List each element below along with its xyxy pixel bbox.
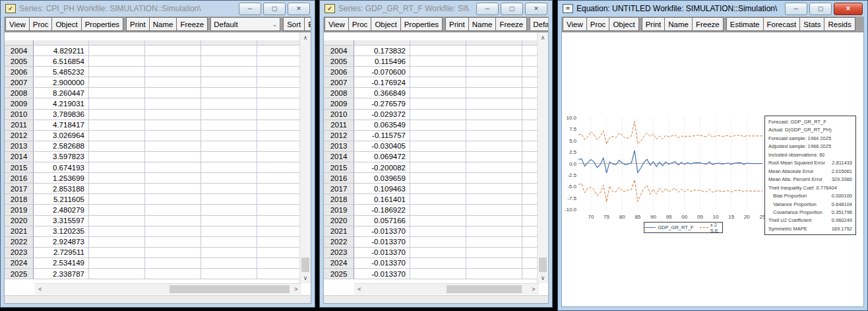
close-button[interactable]: ✕ (834, 3, 863, 15)
value-cell[interactable]: 1.253699 (34, 173, 89, 184)
value-cell[interactable]: -0.013370 (354, 237, 410, 248)
default-dropdown[interactable]: Default ⌄ (210, 17, 280, 31)
empty-cell[interactable] (257, 56, 301, 67)
value-cell[interactable]: -0.013370 (354, 226, 410, 237)
empty-cell[interactable] (89, 184, 145, 194)
empty-cell[interactable] (89, 226, 145, 237)
empty-cell[interactable] (466, 46, 522, 56)
empty-cell[interactable] (201, 237, 257, 248)
close-button[interactable]: ✕ (288, 3, 310, 15)
empty-cell[interactable] (257, 248, 301, 258)
value-cell[interactable]: 4.219031 (34, 98, 89, 109)
value-cell[interactable]: 6.516854 (34, 56, 89, 67)
obs-label[interactable]: 2004 (5, 46, 34, 56)
obs-label[interactable]: 2013 (5, 141, 34, 152)
empty-cell[interactable] (201, 248, 257, 258)
obs-label[interactable]: 2011 (5, 120, 34, 131)
value-cell[interactable]: 4.829211 (34, 46, 89, 56)
empty-cell[interactable] (89, 120, 145, 131)
forecast-stats-box[interactable]: Forecast: GDP_GR_RT_FActual: D(GDP_GR_RT… (764, 116, 856, 235)
obs-label[interactable]: 2024 (324, 258, 354, 269)
empty-cell[interactable] (201, 162, 257, 173)
value-cell[interactable]: 0.039659 (354, 173, 410, 184)
empty-cell[interactable] (145, 269, 201, 279)
value-cell[interactable]: 2.338787 (34, 269, 89, 279)
value-cell[interactable]: 2.534149 (34, 258, 89, 269)
empty-cell[interactable] (257, 46, 301, 56)
empty-cell[interactable] (89, 98, 145, 109)
obs-label[interactable]: 2009 (5, 98, 34, 109)
obs-label[interactable]: 2023 (5, 248, 34, 258)
toolbar-button-freeze[interactable]: Freeze (176, 17, 208, 31)
scroll-right-icon[interactable]: > (291, 284, 301, 294)
minimize-button[interactable]: ─ (785, 3, 807, 15)
obs-label[interactable]: 2012 (324, 131, 354, 141)
empty-cell[interactable] (145, 120, 201, 131)
empty-cell[interactable] (89, 162, 145, 173)
value-cell[interactable]: 2.582688 (34, 141, 89, 152)
vertical-scrollbar[interactable]: ∧ ∨ (537, 32, 548, 283)
empty-cell[interactable] (145, 56, 201, 67)
empty-cell[interactable] (257, 77, 301, 88)
scroll-left-icon[interactable]: < (35, 284, 46, 294)
restore-button[interactable]: ▢ (501, 3, 523, 15)
empty-cell[interactable] (145, 226, 201, 237)
value-cell[interactable]: -0.030405 (354, 141, 410, 152)
obs-label[interactable]: 2013 (324, 141, 354, 152)
empty-cell[interactable] (145, 98, 201, 109)
obs-label[interactable]: 2020 (5, 216, 34, 226)
empty-cell[interactable] (145, 258, 201, 269)
empty-cell[interactable] (257, 258, 301, 269)
scroll-down-icon[interactable]: ∨ (538, 273, 548, 283)
empty-cell[interactable] (89, 56, 145, 67)
value-cell[interactable]: -0.013370 (354, 248, 410, 258)
empty-cell[interactable] (466, 226, 522, 237)
empty-cell[interactable] (201, 120, 257, 131)
empty-cell[interactable] (201, 141, 257, 152)
minimize-button[interactable]: ─ (239, 3, 261, 15)
empty-cell[interactable] (257, 131, 301, 141)
empty-cell[interactable] (466, 205, 522, 215)
empty-cell[interactable] (410, 98, 466, 109)
obs-label[interactable]: 2019 (324, 205, 354, 215)
vertical-scroll-thumb[interactable] (301, 258, 309, 272)
toolbar-button-freeze[interactable]: Freeze (692, 17, 724, 31)
empty-cell[interactable] (89, 205, 145, 215)
scroll-right-icon[interactable]: > (528, 284, 539, 294)
empty-cell[interactable] (257, 173, 301, 184)
empty-cell[interactable] (410, 152, 466, 162)
empty-cell[interactable] (89, 237, 145, 248)
empty-cell[interactable] (257, 226, 301, 237)
obs-label[interactable]: 2022 (5, 237, 34, 248)
empty-cell[interactable] (466, 216, 522, 226)
toolbar-button-name[interactable]: Name (149, 17, 177, 31)
empty-cell[interactable] (410, 269, 466, 279)
value-cell[interactable]: -0.115757 (354, 131, 410, 141)
restore-button[interactable]: ▢ (263, 3, 286, 15)
obs-label[interactable]: 2022 (324, 237, 354, 248)
toolbar-button-sort[interactable]: Sort (283, 17, 304, 31)
scroll-down-icon[interactable]: ∨ (300, 273, 311, 283)
value-cell[interactable]: 8.260447 (34, 88, 89, 98)
empty-cell[interactable] (145, 205, 201, 215)
toolbar-button-properties[interactable]: Properties (400, 17, 443, 31)
empty-cell[interactable] (257, 237, 301, 248)
obs-label[interactable]: 2004 (324, 46, 354, 56)
toolbar-button-estimate[interactable]: Estimate (726, 17, 763, 31)
empty-cell[interactable] (257, 162, 301, 173)
scroll-up-icon[interactable]: ∧ (300, 32, 311, 43)
value-cell[interactable]: -0.013370 (354, 269, 410, 279)
empty-cell[interactable] (466, 194, 522, 205)
empty-cell[interactable] (410, 226, 466, 237)
empty-cell[interactable] (466, 131, 522, 141)
value-cell[interactable]: 0.366849 (354, 88, 410, 98)
toolbar-button-freeze[interactable]: Freeze (495, 17, 527, 31)
value-cell[interactable]: -0.186922 (354, 205, 410, 215)
empty-cell[interactable] (145, 141, 201, 152)
toolbar-button-object[interactable]: Object (609, 17, 638, 31)
value-cell[interactable]: 0.115496 (354, 56, 410, 67)
empty-cell[interactable] (257, 88, 301, 98)
obs-label[interactable]: 2019 (5, 205, 34, 215)
empty-cell[interactable] (145, 46, 201, 56)
empty-cell[interactable] (145, 216, 201, 226)
